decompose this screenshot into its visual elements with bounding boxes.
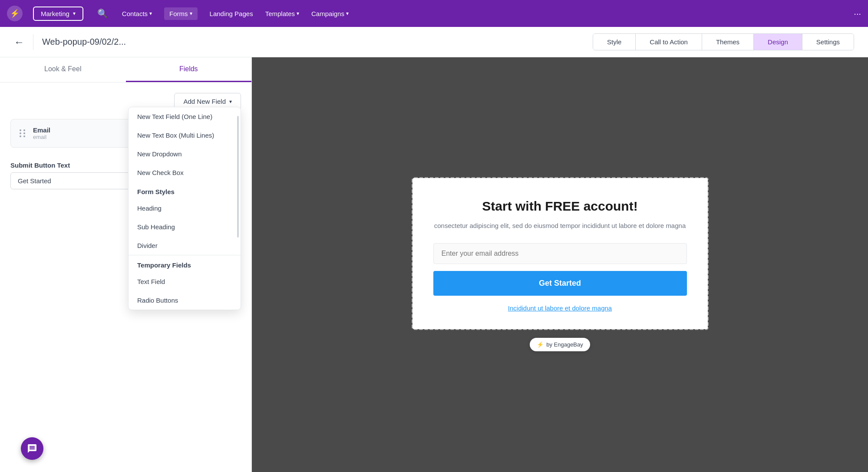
temporary-fields-section-label: Temporary Fields	[129, 255, 241, 272]
badge-icon: ⚡	[537, 341, 544, 348]
tab-look-and-feel[interactable]: Look & Feel	[0, 57, 126, 82]
tab-style[interactable]: Style	[593, 34, 636, 50]
marketing-dropdown-button[interactable]: Marketing ▾	[33, 7, 83, 21]
nav-items: Contacts ▾ Forms ▾ Landing Pages Templat…	[122, 7, 349, 20]
badge-text: by EngageBay	[546, 341, 583, 348]
chat-icon	[27, 443, 37, 454]
tab-design[interactable]: Design	[754, 34, 802, 50]
chevron-down-icon: ▾	[229, 99, 232, 105]
panel-tabs: Look & Feel Fields	[0, 57, 251, 83]
dropdown-new-checkbox[interactable]: New Check Box	[129, 163, 241, 182]
tab-settings[interactable]: Settings	[802, 34, 854, 50]
chevron-down-icon: ▾	[149, 10, 152, 17]
panel-body: Add New Field ▾ Email email Submit Butto…	[0, 83, 251, 472]
dropdown-scrollbar[interactable]	[237, 116, 239, 238]
popup-preview-card: Start with FREE account! consectetur adi…	[413, 178, 708, 329]
field-type: email	[33, 134, 50, 140]
dropdown-new-text-field[interactable]: New Text Field (One Line)	[129, 107, 241, 126]
page-title: Web-popup-09/02/2...	[42, 37, 126, 47]
preview-canvas: Start with FREE account! consectetur adi…	[252, 57, 868, 472]
popup-subtitle: consectetur adipiscing elit, sed do eius…	[433, 221, 687, 231]
main-content: Look & Feel Fields Add New Field ▾ Email…	[0, 57, 868, 472]
tab-themes[interactable]: Themes	[702, 34, 754, 50]
dropdown-new-dropdown[interactable]: New Dropdown	[129, 145, 241, 163]
nav-templates[interactable]: Templates ▾	[265, 10, 299, 17]
popup-cta-link[interactable]: Incididunt ut labore et dolore magna	[433, 304, 687, 312]
chevron-down-icon: ▾	[346, 10, 349, 17]
top-navigation: ⚡ Marketing ▾ 🔍 Contacts ▾ Forms ▾ Landi…	[0, 0, 868, 27]
left-panel: Look & Feel Fields Add New Field ▾ Email…	[0, 57, 252, 472]
nav-forms[interactable]: Forms ▾	[164, 7, 198, 20]
email-field-card: Email email	[10, 119, 132, 148]
nav-campaigns[interactable]: Campaigns ▾	[311, 10, 349, 17]
popup-title: Start with FREE account!	[433, 199, 687, 214]
engagebay-badge: ⚡ by EngageBay	[530, 338, 590, 351]
tab-call-to-action[interactable]: Call to Action	[636, 34, 702, 50]
dropdown-divider[interactable]: Divider	[129, 236, 241, 255]
dropdown-radio-buttons[interactable]: Radio Buttons	[129, 291, 241, 310]
popup-get-started-button[interactable]: Get Started	[433, 271, 687, 296]
app-logo[interactable]: ⚡	[7, 6, 23, 21]
form-styles-section-label: Form Styles	[129, 182, 241, 199]
back-button[interactable]: ←	[14, 36, 24, 48]
nav-landing-pages[interactable]: Landing Pages	[210, 10, 253, 17]
popup-email-input[interactable]	[433, 243, 687, 264]
chevron-down-icon: ▾	[190, 10, 192, 17]
search-icon[interactable]: 🔍	[97, 8, 108, 19]
drag-handle[interactable]	[20, 129, 26, 137]
chevron-down-icon: ▾	[73, 10, 76, 17]
dropdown-sub-heading[interactable]: Sub Heading	[129, 218, 241, 236]
chat-button[interactable]	[21, 437, 43, 460]
add-field-dropdown: New Text Field (One Line) New Text Box (…	[128, 107, 241, 310]
chevron-down-icon: ▾	[297, 10, 299, 17]
editor-tabs: Style Call to Action Themes Design Setti…	[593, 33, 854, 50]
dropdown-new-text-box[interactable]: New Text Box (Multi Lines)	[129, 126, 241, 145]
field-info: Email email	[33, 126, 50, 140]
dropdown-heading[interactable]: Heading	[129, 199, 241, 218]
tab-fields[interactable]: Fields	[126, 57, 252, 82]
submit-text-input[interactable]	[10, 172, 132, 189]
nav-contacts[interactable]: Contacts ▾	[122, 10, 152, 17]
more-options-icon[interactable]: ···	[854, 9, 861, 19]
sub-header: ← Web-popup-09/02/2... Style Call to Act…	[0, 27, 868, 57]
dropdown-text-field[interactable]: Text Field	[129, 272, 241, 291]
field-name: Email	[33, 126, 50, 134]
